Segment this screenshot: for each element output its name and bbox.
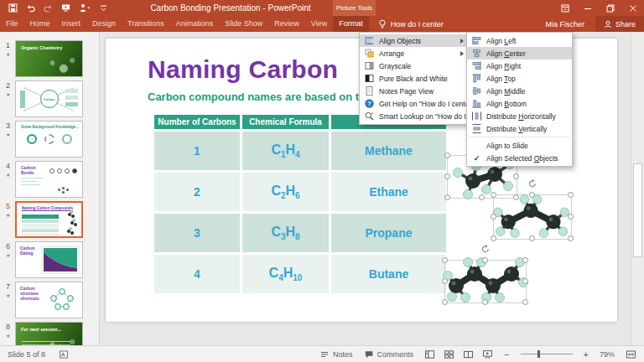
submenu-item-distribute-horizontally[interactable]: Distribute Horizontally xyxy=(467,110,572,122)
cell-carbons[interactable]: 4 xyxy=(154,255,240,293)
selection-handle[interactable] xyxy=(442,257,448,263)
scrollbar-thumb[interactable] xyxy=(633,163,642,257)
redo-icon[interactable] xyxy=(44,3,53,13)
slide-thumbnail-5[interactable]: Naming Carbon Compounds xyxy=(15,201,83,238)
tab-transitions[interactable]: Transitions xyxy=(122,16,170,32)
slide-thumbnail-7[interactable]: Carbon structure shortcuts xyxy=(15,282,83,318)
selection-handle[interactable] xyxy=(568,214,574,220)
selection-handle[interactable] xyxy=(522,299,528,305)
cell-name[interactable]: Ethane xyxy=(331,173,446,211)
tell-me-box[interactable]: How do I center xyxy=(378,16,444,32)
table-header-chemical-formula[interactable]: Chemical Formula xyxy=(242,115,329,129)
slide-sorter-icon[interactable] xyxy=(444,349,454,359)
cell-name[interactable]: Methane xyxy=(331,132,446,170)
butane-model[interactable] xyxy=(444,260,527,303)
cell-formula[interactable]: C4H10 xyxy=(242,255,329,293)
close-icon[interactable] xyxy=(621,0,644,16)
selection-handle[interactable] xyxy=(522,257,528,263)
slide-thumbnail-2[interactable]: Carbon xyxy=(15,80,83,117)
restore-icon[interactable] xyxy=(599,0,621,16)
tab-design[interactable]: Design xyxy=(86,16,122,32)
slide-thumbnail-3[interactable]: Some Background Knowledge... xyxy=(15,121,83,158)
selection-handle[interactable] xyxy=(442,299,448,305)
reading-view-icon[interactable] xyxy=(463,349,474,359)
start-slideshow-icon[interactable] xyxy=(61,3,70,13)
tab-animations[interactable]: Animations xyxy=(170,16,220,32)
selection-handle[interactable] xyxy=(444,153,450,158)
selection-handle[interactable] xyxy=(444,173,450,179)
carbon-table[interactable]: Number of CarbonsChemical FormulaName1C1… xyxy=(152,112,449,296)
cell-formula[interactable]: C1H4 xyxy=(242,132,329,170)
cell-carbons[interactable]: 2 xyxy=(154,173,240,211)
menu-item-notes-page-view[interactable]: Notes Page View xyxy=(360,85,466,97)
zoom-in-button[interactable]: + xyxy=(584,349,589,359)
tab-view[interactable]: View xyxy=(305,16,333,32)
propane-model[interactable] xyxy=(493,194,572,240)
tab-insert[interactable]: Insert xyxy=(56,16,87,32)
submenu-item-align-center[interactable]: Align Center xyxy=(467,47,572,59)
touch-mode-icon[interactable] xyxy=(79,3,91,13)
selection-handle[interactable] xyxy=(529,235,535,241)
submenu-item-align-right[interactable]: Align Right xyxy=(467,59,572,72)
selection-handle[interactable] xyxy=(491,214,496,220)
submenu-item-align-selected-objects[interactable]: ✓Align Selected Objects xyxy=(467,152,572,164)
notes-toggle[interactable]: Notes xyxy=(319,349,353,359)
selection-handle[interactable] xyxy=(513,173,519,179)
cell-formula[interactable]: C2H6 xyxy=(242,173,329,211)
selection-handle[interactable] xyxy=(568,192,574,198)
selection-handle[interactable] xyxy=(491,235,496,241)
cell-carbons[interactable]: 1 xyxy=(154,132,240,170)
selection-handle[interactable] xyxy=(522,278,528,284)
menu-item-smart-lookup-on-how-do-i-c[interactable]: Smart Lookup on "How do I c... xyxy=(360,110,466,122)
table-header-number-of-carbons[interactable]: Number of Carbons xyxy=(154,115,240,129)
submenu-item-align-top[interactable]: Align Top xyxy=(467,72,572,85)
tab-home[interactable]: Home xyxy=(24,16,56,32)
minimize-icon[interactable] xyxy=(576,0,599,16)
slide-thumbnail-1[interactable]: Organic Chemistry xyxy=(15,40,83,77)
slide-thumbnail-4[interactable]: Carbon Bonds xyxy=(15,161,83,198)
slideshow-view-icon[interactable] xyxy=(482,349,493,359)
submenu-item-align-middle[interactable]: Align Middle xyxy=(467,85,572,97)
menu-item-pure-black-and-white[interactable]: Pure Black and White xyxy=(360,72,466,85)
slide-thumbnail-6[interactable]: Carbon Dating xyxy=(15,241,83,278)
ribbon-display-options-icon[interactable] xyxy=(553,0,576,16)
tab-format[interactable]: Format xyxy=(333,16,369,32)
zoom-out-button[interactable]: − xyxy=(504,349,509,359)
selection-handle[interactable] xyxy=(513,194,519,200)
customize-qat-icon[interactable] xyxy=(99,3,108,13)
undo-icon[interactable] xyxy=(26,3,35,13)
slide-thumbnail-8[interactable]: For next session... xyxy=(15,322,83,345)
tab-review[interactable]: Review xyxy=(268,16,305,32)
slide-subtitle-text[interactable]: Carbon compound names are based on t xyxy=(148,90,359,103)
comments-toggle[interactable]: Comments xyxy=(364,349,414,359)
selection-handle[interactable] xyxy=(491,192,496,198)
cell-name[interactable]: Propane xyxy=(331,214,446,252)
selection-handle[interactable] xyxy=(479,194,485,200)
submenu-item-align-bottom[interactable]: Align Bottom xyxy=(467,97,572,110)
proofing-icon[interactable] xyxy=(59,349,69,359)
selection-handle[interactable] xyxy=(568,235,574,241)
menu-item-arrange[interactable]: Arrange xyxy=(360,47,466,59)
selection-handle[interactable] xyxy=(444,194,450,200)
submenu-item-align-to-slide[interactable]: Align to Slide xyxy=(467,139,572,152)
slide-title-text[interactable]: Naming Carbon xyxy=(148,55,338,84)
zoom-slider[interactable] xyxy=(521,354,573,354)
menu-item-grayscale[interactable]: Grayscale xyxy=(360,59,466,72)
zoom-slider-thumb[interactable] xyxy=(538,350,540,358)
cell-name[interactable]: Butane xyxy=(331,255,446,293)
tab-slide-show[interactable]: Slide Show xyxy=(219,16,268,32)
fit-slide-to-window-icon[interactable] xyxy=(626,349,636,359)
selection-handle[interactable] xyxy=(482,257,488,263)
user-name[interactable]: Mia Fischer xyxy=(545,20,584,28)
submenu-item-distribute-vertically[interactable]: Distribute Vertically xyxy=(467,122,572,135)
tab-file[interactable]: File xyxy=(0,16,24,32)
submenu-item-align-left[interactable]: Align Left xyxy=(467,34,572,47)
menu-item-align-objects[interactable]: Align Objects xyxy=(360,34,466,47)
cell-carbons[interactable]: 3 xyxy=(154,214,240,252)
save-icon[interactable] xyxy=(8,3,18,13)
selection-handle[interactable] xyxy=(442,278,448,284)
share-button[interactable]: Share xyxy=(595,16,644,32)
zoom-level[interactable]: 79% xyxy=(600,350,615,359)
menu-item-get-help-on-how-do-i-center[interactable]: ?Get Help on "How do I center" xyxy=(360,97,466,110)
cell-formula[interactable]: C3H8 xyxy=(242,214,329,252)
